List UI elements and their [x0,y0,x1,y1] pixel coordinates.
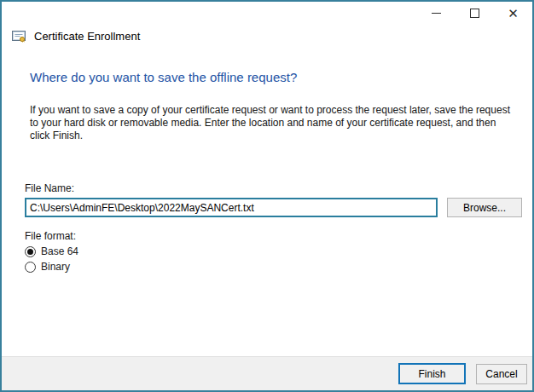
titlebar: ✕ [2,2,532,25]
file-name-input[interactable] [25,198,438,217]
minimize-icon [432,13,441,14]
maximize-icon [470,9,479,18]
wizard-header: Certificate Enrollment [2,25,532,47]
radio-binary-label: Binary [41,261,70,273]
file-name-label: File Name: [25,182,532,194]
wizard-page: Where do you want to save the offline re… [2,70,532,273]
radio-base64-label: Base 64 [41,245,78,257]
close-icon: ✕ [508,7,519,20]
maximize-button[interactable] [456,2,494,25]
certificate-icon [12,29,26,43]
radio-option-binary[interactable]: Binary [25,261,532,273]
close-button[interactable]: ✕ [494,2,532,25]
radio-option-base64[interactable]: Base 64 [25,245,532,257]
browse-button[interactable]: Browse... [447,198,522,217]
page-title: Where do you want to save the offline re… [30,70,532,84]
app-title: Certificate Enrollment [34,30,140,43]
certificate-enrollment-window: ✕ Certificate Enrollment Where do you wa… [0,0,534,392]
radio-base64-icon[interactable] [25,246,36,257]
finish-button[interactable]: Finish [398,363,466,384]
footer-bar: Finish Cancel [2,356,532,390]
file-name-field: File Name: Browse... [25,182,532,217]
cancel-button[interactable]: Cancel [476,364,527,384]
file-format-label: File format: [25,230,532,242]
minimize-button[interactable] [417,2,456,25]
description-text: If you want to save a copy of your certi… [30,104,513,142]
file-format-group: File format: Base 64 Binary [25,230,532,273]
radio-binary-icon[interactable] [25,262,36,273]
